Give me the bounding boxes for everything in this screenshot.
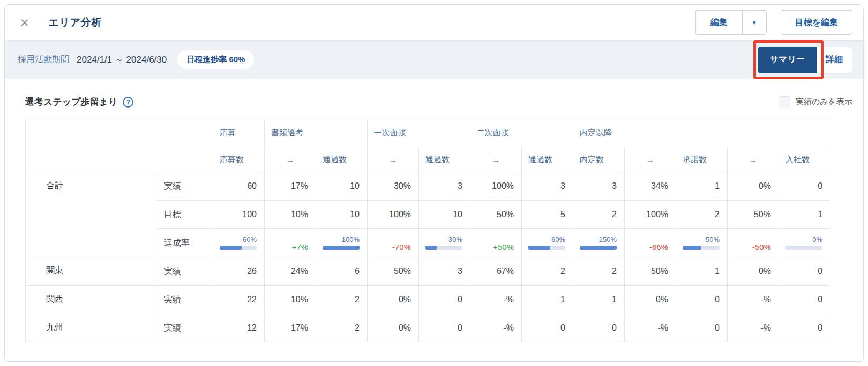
column-header: 内定数 (573, 147, 625, 172)
achievement-delta-cell: -50% (728, 229, 779, 257)
column-header: 応募数 (213, 147, 265, 172)
value-cell: 3 (419, 172, 470, 201)
achievement-percent: 30% (425, 236, 462, 243)
achievement-percent: 60% (220, 236, 257, 243)
value-cell: 0 (419, 314, 470, 342)
achievement-bar-cell: 30% (419, 229, 470, 257)
table-row: 九州実績1217%20%0-%00-%0-%0 (26, 314, 830, 342)
value-cell: 1 (779, 201, 830, 229)
value-cell: 50% (368, 257, 419, 286)
achievement-percent: 50% (683, 236, 720, 243)
achievement-percent: 60% (528, 236, 565, 243)
value-cell: 67% (470, 257, 522, 286)
value-cell: 0% (728, 172, 779, 201)
value-cell: 0 (522, 314, 573, 342)
table-corner (26, 119, 213, 172)
value-cell: 17% (265, 172, 316, 201)
value-cell: 0 (779, 314, 830, 342)
results-only-toggle[interactable]: 実績のみを表示 (779, 96, 852, 108)
region-cell: 関西 (26, 286, 156, 314)
value-cell: 30% (368, 172, 419, 201)
progress-bar-fill (220, 246, 242, 250)
column-group-header: 書類選考 (265, 119, 368, 147)
value-cell: 17% (265, 314, 316, 342)
funnel-table: 応募書類選考一次面接二次面接内定以降応募数→通過数→通過数→通過数内定数→承諾数… (25, 119, 830, 342)
checkbox-icon[interactable] (779, 96, 790, 108)
section-header: 選考ステップ歩留まり ? 実績のみを表示 (25, 96, 852, 108)
row-type-cell: 達成率 (156, 229, 213, 257)
achievement-bar-cell: 60% (213, 229, 265, 257)
tab-summary[interactable]: サマリー (758, 47, 817, 73)
value-cell: 2 (676, 201, 728, 229)
value-cell: 0 (676, 286, 728, 314)
row-type-cell: 実績 (156, 314, 213, 342)
value-cell: 2 (573, 201, 625, 229)
header-actions: 編集 ▼ 目標を編集 (695, 10, 852, 35)
value-cell: 10% (265, 286, 316, 314)
achievement-delta-cell: -66% (625, 229, 676, 257)
value-cell: 1 (522, 286, 573, 314)
progress-bar-track (220, 246, 257, 250)
value-cell: 2 (316, 314, 368, 342)
value-cell: 0 (676, 314, 728, 342)
achievement-delta-cell: +50% (470, 229, 522, 257)
edit-dropdown-button[interactable]: ▼ (742, 10, 767, 35)
region-cell: 合計 (26, 172, 156, 257)
value-cell: 10 (419, 201, 470, 229)
column-group-header: 一次面接 (368, 119, 470, 147)
edit-goal-button[interactable]: 目標を編集 (781, 10, 852, 35)
region-cell: 九州 (26, 314, 156, 342)
value-cell: 2 (316, 286, 368, 314)
schedule-progress-badge: 日程進捗率 60% (177, 50, 254, 69)
column-header: 承諾数 (676, 147, 728, 172)
value-cell: 2 (522, 257, 573, 286)
value-cell: 10 (316, 201, 368, 229)
row-type-cell: 実績 (156, 257, 213, 286)
value-cell: 50% (625, 257, 676, 286)
edit-split-button: 編集 ▼ (695, 10, 767, 35)
value-cell: 1 (573, 286, 625, 314)
value-cell: -% (625, 314, 676, 342)
value-cell: 3 (419, 257, 470, 286)
value-cell: 12 (213, 314, 265, 342)
value-cell: 1 (676, 257, 728, 286)
value-cell: 0% (368, 286, 419, 314)
value-cell: 1 (676, 172, 728, 201)
value-cell: 0% (728, 257, 779, 286)
column-header: 通過数 (522, 147, 573, 172)
close-icon[interactable]: ✕ (18, 15, 32, 30)
column-header: 通過数 (316, 147, 368, 172)
period-bar: 採用活動期間 2024/1/1 ～ 2024/6/30 日程進捗率 60% サマ… (5, 40, 863, 79)
value-cell: 50% (470, 201, 522, 229)
progress-bar-fill (683, 246, 701, 250)
achievement-bar-cell: 100% (316, 229, 368, 257)
value-cell: 5 (522, 201, 573, 229)
area-analysis-panel: ✕ エリア分析 編集 ▼ 目標を編集 採用活動期間 2024/1/1 ～ 202… (4, 4, 864, 362)
chevron-down-icon: ▼ (752, 20, 757, 26)
column-group-header: 応募 (213, 119, 265, 147)
value-cell: -% (470, 286, 522, 314)
tab-detail[interactable]: 詳細 (817, 47, 852, 73)
table-row: 合計実績6017%1030%3100%3334%10%0 (26, 172, 830, 201)
progress-bar-fill (528, 246, 550, 250)
value-cell: -% (728, 314, 779, 342)
achievement-percent: 100% (323, 236, 360, 243)
edit-button[interactable]: 編集 (695, 10, 742, 35)
row-type-cell: 実績 (156, 286, 213, 314)
column-header: 通過数 (419, 147, 470, 172)
achievement-delta-cell: +7% (265, 229, 316, 257)
value-cell: 0% (368, 314, 419, 342)
value-cell: 10 (316, 172, 368, 201)
table-row: 関東実績2624%650%367%2250%10%0 (26, 257, 830, 286)
help-icon[interactable]: ? (123, 97, 133, 108)
achievement-bar-cell: 60% (522, 229, 573, 257)
value-cell: 0 (779, 257, 830, 286)
value-cell: 2 (573, 257, 625, 286)
panel-content: 選考ステップ歩留まり ? 実績のみを表示 応募書類選考一次面接二次面接内定以降応… (5, 79, 863, 355)
conversion-arrow-header: → (728, 147, 779, 172)
progress-bar-track (528, 246, 565, 250)
value-cell: 50% (728, 201, 779, 229)
conversion-arrow-header: → (368, 147, 419, 172)
page-title: エリア分析 (49, 16, 102, 29)
progress-bar-track (785, 246, 822, 250)
